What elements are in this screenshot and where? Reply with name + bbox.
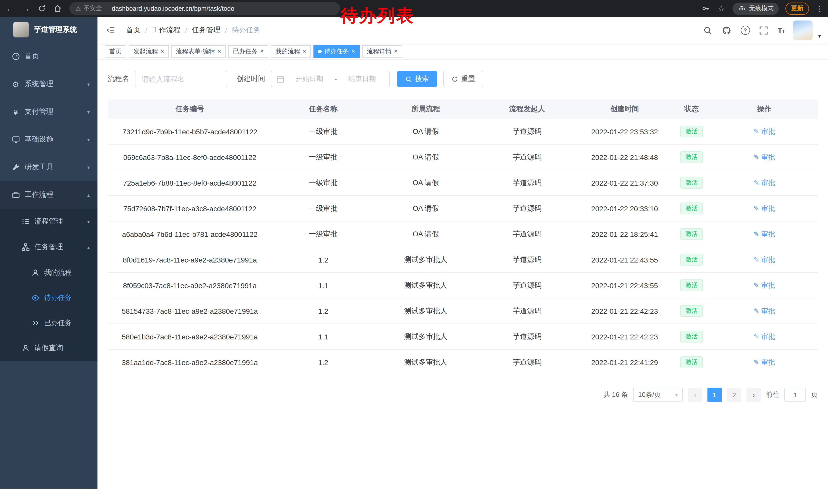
back-icon[interactable]: ←	[5, 4, 14, 13]
breadcrumb-item[interactable]: 首页	[126, 26, 140, 35]
sidebar-item-system[interactable]: ⚙ 系统管理 ▾	[0, 70, 97, 98]
tab-start-process[interactable]: 发起流程 ×	[129, 45, 169, 58]
sidebar-item-home[interactable]: 首页	[0, 43, 97, 70]
sidebar-item-infra[interactable]: 基础设施 ▾	[0, 126, 97, 153]
page-size-select[interactable]: 10条/页 ▾	[633, 387, 683, 402]
sidebar-item-payment[interactable]: ¥ 支付管理 ▾	[0, 98, 97, 126]
double-chevron-icon	[31, 318, 40, 327]
cell-initiator: 芋道源码	[477, 170, 577, 196]
sidebar-item-label: 研发工具	[25, 163, 53, 172]
approve-link[interactable]: ✎审批	[754, 358, 775, 367]
tab-my-process[interactable]: 我的流程 ×	[271, 45, 311, 58]
approve-label: 审批	[761, 178, 775, 187]
avatar[interactable]	[793, 20, 813, 40]
tab-label: 发起流程	[133, 47, 158, 56]
sidebar-item-process-mgmt[interactable]: 流程管理 ▾	[0, 209, 97, 234]
security-label[interactable]: 不安全	[84, 4, 102, 13]
end-date-placeholder[interactable]: 结束日期	[340, 74, 384, 84]
close-icon[interactable]: ×	[303, 48, 306, 54]
sidebar-item-done-tasks[interactable]: 已办任务	[0, 310, 97, 335]
col-process: 所属流程	[374, 99, 477, 119]
close-icon[interactable]: ×	[260, 48, 264, 54]
search-button[interactable]: 搜索	[397, 71, 437, 87]
list-icon	[21, 217, 30, 226]
approve-link[interactable]: ✎审批	[754, 204, 775, 213]
tab-form-edit[interactable]: 流程表单-编辑 ×	[171, 45, 226, 58]
date-range-picker[interactable]: 开始日期 - 结束日期	[271, 71, 390, 87]
chevron-down-icon: ▾	[87, 137, 90, 142]
cell-process: OA 请假	[374, 170, 477, 196]
approve-link[interactable]: ✎审批	[754, 306, 775, 316]
approve-link[interactable]: ✎审批	[754, 255, 775, 264]
sidebar-item-leave-query[interactable]: 请假查询	[0, 335, 97, 361]
breadcrumb-item[interactable]: 工作流程	[152, 26, 180, 35]
star-icon[interactable]: ☆	[717, 4, 726, 13]
sidebar-item-task-mgmt[interactable]: 任务管理 ▴	[0, 234, 97, 260]
tree-icon	[21, 243, 30, 251]
close-icon[interactable]: ×	[351, 48, 355, 54]
sidebar-menu: 首页 ⚙ 系统管理 ▾ ¥ 支付管理 ▾ 基础设施 ▾	[0, 43, 97, 361]
edit-icon: ✎	[754, 128, 759, 135]
table-row: 73211d9d-7b9b-11ec-b5b7-acde48001122 一级审…	[108, 119, 818, 144]
approve-link[interactable]: ✎审批	[754, 178, 775, 187]
reset-button[interactable]: 重置	[443, 71, 483, 87]
refresh-icon[interactable]	[37, 4, 46, 13]
navbar-actions: ? TT ▾	[703, 20, 821, 40]
avatar-caret-icon[interactable]: ▾	[818, 33, 821, 39]
cell-created: 2022-01-22 18:25:41	[577, 221, 672, 247]
search-icon[interactable]	[703, 25, 713, 35]
breadcrumb-separator: /	[145, 26, 147, 34]
fullscreen-icon[interactable]	[758, 25, 769, 35]
goto-page-input[interactable]	[784, 387, 806, 402]
wrench-icon	[11, 163, 20, 172]
browser-menu-icon[interactable]: ⋮	[816, 4, 823, 12]
page-button-1[interactable]: 1	[707, 387, 722, 402]
collapse-sidebar-icon[interactable]	[106, 25, 116, 35]
approve-link[interactable]: ✎审批	[754, 127, 775, 136]
update-button[interactable]: 更新	[785, 2, 809, 15]
tab-done-tasks[interactable]: 已办任务 ×	[228, 45, 268, 58]
tab-bar: 首页 发起流程 × 流程表单-编辑 × 已办任务 × 我的流程 × 待办任务 ×	[97, 44, 828, 59]
approve-link[interactable]: ✎审批	[754, 332, 775, 341]
sidebar-item-devtools[interactable]: 研发工具 ▾	[0, 153, 97, 181]
page-button-2[interactable]: 2	[727, 387, 741, 402]
table-row: 75d72608-7b7f-11ec-a3c8-acde48001122 一级审…	[108, 196, 818, 221]
cell-task-name: 1.1	[272, 273, 374, 298]
cell-initiator: 芋道源码	[477, 324, 577, 350]
home-icon[interactable]	[53, 4, 62, 13]
close-icon[interactable]: ×	[161, 48, 164, 54]
approve-link[interactable]: ✎审批	[754, 229, 775, 239]
next-page-button[interactable]: ›	[746, 387, 761, 402]
col-initiator: 流程发起人	[477, 99, 577, 119]
edit-icon: ✎	[754, 179, 759, 187]
sidebar-item-label: 我的流程	[44, 268, 72, 277]
close-icon[interactable]: ×	[394, 48, 398, 54]
approve-link[interactable]: ✎审批	[754, 281, 775, 290]
url-text[interactable]: dashboard.yudao.iocoder.cn/bpm/task/todo	[112, 5, 235, 12]
address-bar[interactable]: ⚠ 不安全 dashboard.yudao.iocoder.cn/bpm/tas…	[69, 2, 340, 15]
help-icon[interactable]: ?	[741, 26, 750, 35]
sidebar-item-my-process[interactable]: 我的流程	[0, 260, 97, 285]
browser-actions: ☆ 无痕模式 更新 ⋮	[701, 2, 823, 15]
tab-todo-tasks[interactable]: 待办任务 ×	[314, 45, 360, 58]
approve-link[interactable]: ✎审批	[754, 152, 775, 162]
app-logo[interactable]: 芋道管理系统	[0, 17, 97, 43]
sidebar-item-workflow[interactable]: 工作流程 ▴	[0, 181, 97, 209]
cell-task-name: 一级审批	[272, 170, 374, 196]
edit-icon: ✎	[754, 204, 759, 212]
forward-icon[interactable]: →	[21, 4, 30, 13]
tab-process-detail[interactable]: 流程详情 ×	[362, 45, 402, 58]
start-date-placeholder[interactable]: 开始日期	[287, 74, 332, 84]
sidebar-item-todo-tasks[interactable]: 待办任务	[0, 285, 97, 310]
github-icon[interactable]	[721, 25, 732, 35]
prev-page-button[interactable]: ‹	[688, 387, 702, 402]
cell-initiator: 芋道源码	[477, 350, 577, 375]
process-name-input[interactable]	[135, 71, 227, 87]
update-label: 更新	[791, 4, 803, 13]
key-icon[interactable]	[701, 4, 710, 13]
tab-home[interactable]: 首页	[105, 45, 126, 58]
breadcrumb-item[interactable]: 任务管理	[192, 26, 220, 35]
font-size-icon[interactable]: TT	[778, 26, 784, 35]
cell-created: 2022-01-22 20:33:10	[577, 196, 672, 221]
close-icon[interactable]: ×	[217, 48, 221, 54]
